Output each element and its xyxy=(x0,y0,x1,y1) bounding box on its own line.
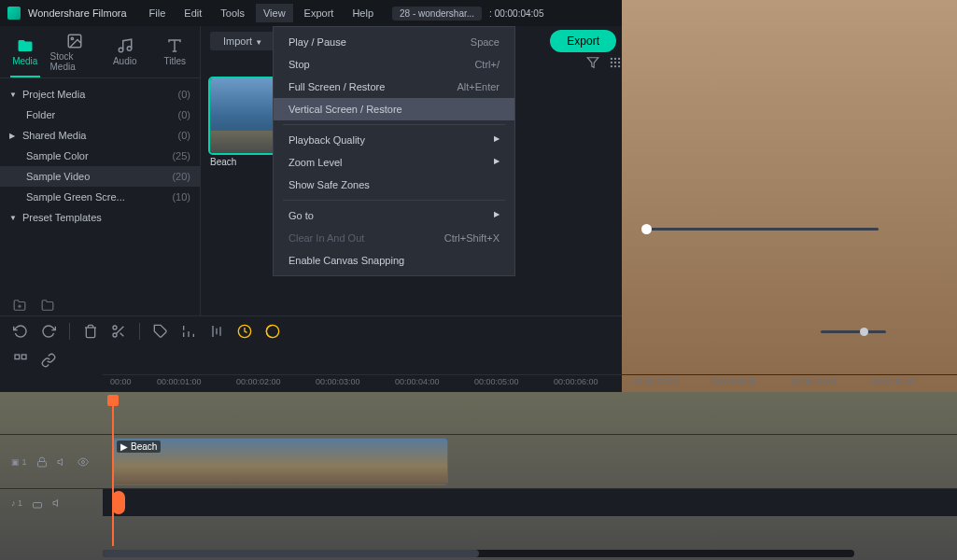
tree-folder[interactable]: Folder(0) xyxy=(0,105,200,125)
left-panel: Media Stock Media Audio Titles ▼Project … xyxy=(0,26,201,315)
svg-point-39 xyxy=(113,333,117,337)
preview-scrubber[interactable] xyxy=(641,228,879,231)
svg-point-38 xyxy=(113,326,117,329)
video-track-1: ▣ 1 ▶Beach xyxy=(0,434,957,488)
grid-icon[interactable] xyxy=(609,56,622,69)
timeline-scrollbar[interactable] xyxy=(103,550,854,557)
lock-icon[interactable] xyxy=(32,497,43,509)
tree-sample-video[interactable]: Sample Video(20) xyxy=(0,166,200,187)
svg-marker-65 xyxy=(58,458,63,465)
snap-icon[interactable] xyxy=(13,353,28,368)
tab-label: Titles xyxy=(163,56,186,66)
app-logo-icon xyxy=(7,7,21,20)
view-menu-dropdown: Play / PauseSpace StopCtrl+/ Full Screen… xyxy=(273,26,515,276)
svg-point-10 xyxy=(119,48,123,52)
menu-edit[interactable]: Edit xyxy=(176,4,209,22)
tab-label: Audio xyxy=(113,56,137,66)
undo-icon[interactable] xyxy=(13,324,28,339)
svg-line-41 xyxy=(120,333,124,337)
dd-play-pause[interactable]: Play / PauseSpace xyxy=(274,31,514,53)
timeline-ruler[interactable]: 00:00 00:00:01:00 00:00:02:00 00:00:03:0… xyxy=(103,374,957,397)
tab-label: Stock Media xyxy=(50,51,101,72)
dd-safe-zones[interactable]: Show Safe Zones xyxy=(274,174,514,196)
lock-icon[interactable] xyxy=(36,456,48,468)
app-title: Wondershare Filmora xyxy=(28,7,127,19)
mute-icon[interactable] xyxy=(52,497,63,509)
dd-stop[interactable]: StopCtrl+/ xyxy=(274,53,514,76)
svg-point-19 xyxy=(618,58,620,60)
preview-viewport[interactable] xyxy=(641,32,951,214)
eye-icon[interactable] xyxy=(77,456,89,468)
eq-icon[interactable] xyxy=(209,324,224,339)
export-button[interactable]: Export xyxy=(550,30,616,52)
color-icon[interactable] xyxy=(265,324,280,339)
project-timecode: : 00:00:04:05 xyxy=(489,8,543,19)
zoom-slider[interactable] xyxy=(821,330,886,333)
menu-help[interactable]: Help xyxy=(345,4,381,22)
tab-audio[interactable]: Audio xyxy=(100,26,150,77)
svg-point-9 xyxy=(72,37,74,39)
clip-beach[interactable]: ▶Beach xyxy=(112,438,448,485)
speed-icon[interactable] xyxy=(237,324,252,339)
playhead[interactable] xyxy=(112,397,114,546)
dd-vertical-screen[interactable]: Vertical Screen / Restore xyxy=(274,98,514,120)
tree-preset-templates[interactable]: ▼Preset Templates xyxy=(0,207,200,228)
marker-icon[interactable] xyxy=(153,324,168,339)
audio-marker[interactable] xyxy=(112,491,125,514)
dd-fullscreen[interactable]: Full Screen / RestoreAlt+Enter xyxy=(274,76,514,98)
svg-rect-62 xyxy=(15,355,20,359)
svg-rect-67 xyxy=(34,502,42,508)
dd-clear-inout: Clear In And OutCtrl+Shift+X xyxy=(274,227,514,249)
dd-playback-quality[interactable]: Playback Quality▶ xyxy=(274,129,514,151)
svg-point-66 xyxy=(81,460,84,463)
tab-stock-media[interactable]: Stock Media xyxy=(50,26,101,77)
svg-point-24 xyxy=(614,65,616,67)
tab-label: Media xyxy=(12,56,37,66)
svg-point-25 xyxy=(618,65,620,67)
media-tree: ▼Project Media(0) Folder(0) ▶Shared Medi… xyxy=(0,78,200,233)
svg-rect-64 xyxy=(37,461,46,467)
tab-media[interactable]: Media xyxy=(0,26,50,77)
filter-icon[interactable] xyxy=(586,56,599,69)
dd-zoom-level[interactable]: Zoom Level▶ xyxy=(274,151,514,174)
svg-point-11 xyxy=(127,47,132,51)
project-name[interactable]: 28 - wondershar... xyxy=(392,7,482,21)
tree-sample-color[interactable]: Sample Color(25) xyxy=(0,146,200,166)
redo-icon[interactable] xyxy=(41,324,56,339)
new-folder-icon[interactable] xyxy=(13,299,26,312)
import-button[interactable]: Import ▼ xyxy=(210,32,275,50)
mute-icon[interactable] xyxy=(57,456,68,468)
svg-point-22 xyxy=(618,62,620,63)
menu-file[interactable]: File xyxy=(142,4,174,22)
adjust-icon[interactable] xyxy=(181,324,196,339)
preview-panel: { } 00:00:00:00 Full ▾ xyxy=(635,26,957,315)
split-icon[interactable] xyxy=(111,324,126,339)
svg-point-23 xyxy=(611,65,612,67)
menu-view[interactable]: View xyxy=(256,4,293,22)
folder-icon[interactable] xyxy=(41,299,54,312)
svg-point-17 xyxy=(611,58,612,60)
delete-icon[interactable] xyxy=(83,324,98,339)
tab-titles[interactable]: Titles xyxy=(150,26,201,77)
dd-canvas-snapping[interactable]: Enable Canvas Snapping xyxy=(274,249,514,272)
svg-point-21 xyxy=(614,62,616,63)
tree-sample-green[interactable]: Sample Green Scre...(10) xyxy=(0,187,200,207)
audio-track-1: ♪ 1 xyxy=(0,488,957,516)
svg-point-18 xyxy=(614,58,616,60)
menu-export[interactable]: Export xyxy=(297,4,342,22)
dd-goto[interactable]: Go to▶ xyxy=(274,204,514,227)
svg-marker-16 xyxy=(587,58,598,68)
tree-project-media[interactable]: ▼Project Media(0) xyxy=(0,84,200,105)
svg-marker-68 xyxy=(53,499,58,506)
menu-tools[interactable]: Tools xyxy=(213,4,252,22)
link-icon[interactable] xyxy=(41,353,56,368)
svg-point-20 xyxy=(611,62,612,63)
tree-shared-media[interactable]: ▶Shared Media(0) xyxy=(0,125,200,146)
svg-rect-63 xyxy=(21,355,26,359)
